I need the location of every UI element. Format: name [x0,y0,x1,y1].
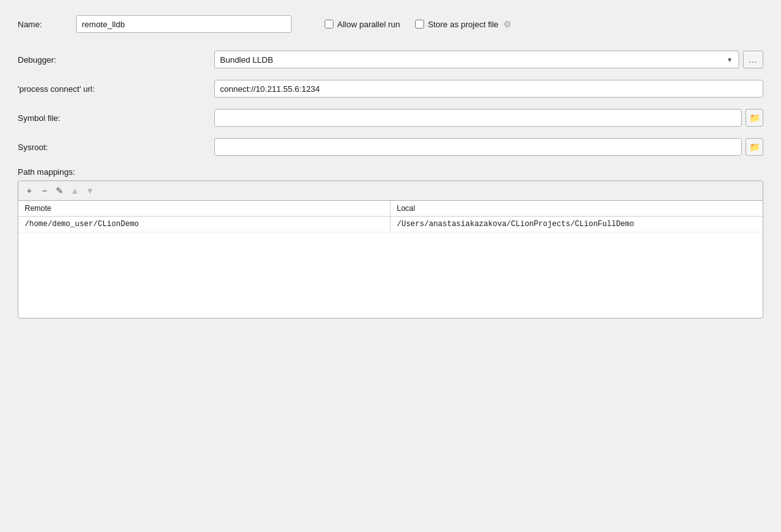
symbol-file-control: 📁 [214,109,763,127]
more-button[interactable]: ... [743,51,763,68]
name-row: Name: Allow parallel run Store as projec… [18,15,763,33]
run-config-form: Name: Allow parallel run Store as projec… [18,15,763,319]
symbol-file-label: Symbol file: [18,113,214,123]
process-connect-row: 'process connect' url: [18,80,763,98]
remote-cell: /home/demo_user/CLionDemo [18,217,390,232]
sysroot-row: Sysroot: 📁 [18,138,763,156]
remove-mapping-button[interactable]: − [37,184,51,198]
store-project-checkbox-item[interactable]: Store as project file ⚙ [415,19,512,29]
process-connect-input[interactable] [214,80,763,98]
table-body: /home/demo_user/CLionDemo /Users/anastas… [18,217,763,318]
debugger-select[interactable]: Bundled LLDB [214,51,739,68]
symbol-file-browse-button[interactable]: 📁 [746,109,763,127]
local-cell: /Users/anastasiakazakova/CLionProjects/C… [390,217,763,232]
debugger-control: Bundled LLDB ▼ ... [214,51,763,68]
process-connect-control [214,80,763,98]
debugger-select-wrapper: Bundled LLDB ▼ [214,51,739,68]
allow-parallel-checkbox[interactable] [325,20,333,28]
symbol-file-row: Symbol file: 📁 [18,109,763,127]
path-mappings-label: Path mappings: [18,167,763,177]
add-icon: + [27,186,32,196]
sysroot-input[interactable] [214,138,742,156]
path-mappings-section: Path mappings: + − ✎ ▲ ▼ [18,167,763,319]
path-mappings-toolbar: + − ✎ ▲ ▼ [18,181,763,201]
path-mappings-container: + − ✎ ▲ ▼ Remote Local [18,180,763,319]
name-input[interactable] [76,15,292,33]
folder-icon: 📁 [749,113,760,123]
add-mapping-button[interactable]: + [22,184,36,198]
move-down-button[interactable]: ▼ [83,184,97,198]
edit-mapping-button[interactable]: ✎ [53,184,67,198]
debugger-row: Debugger: Bundled LLDB ▼ ... [18,51,763,68]
store-project-checkbox[interactable] [415,20,424,28]
col-remote-header: Remote [18,201,390,216]
table-header: Remote Local [18,201,763,217]
name-label: Name: [18,20,68,29]
sysroot-control: 📁 [214,138,763,156]
arrow-up-icon: ▲ [70,186,79,196]
sysroot-label: Sysroot: [18,142,214,152]
arrow-down-icon: ▼ [86,186,94,196]
col-local-header: Local [390,201,763,216]
remove-icon: − [42,186,47,196]
edit-icon: ✎ [56,186,63,196]
symbol-file-input[interactable] [214,109,742,127]
table-row[interactable]: /home/demo_user/CLionDemo /Users/anastas… [18,217,763,232]
allow-parallel-label[interactable]: Allow parallel run [337,20,400,29]
debugger-label: Debugger: [18,55,214,65]
move-up-button[interactable]: ▲ [68,184,82,198]
options-group: Allow parallel run Store as project file… [325,19,512,29]
gear-icon[interactable]: ⚙ [502,19,512,29]
sysroot-browse-button[interactable]: 📁 [746,138,763,156]
folder-icon: 📁 [749,142,760,152]
store-project-label[interactable]: Store as project file [428,20,498,29]
process-connect-label: 'process connect' url: [18,84,214,94]
allow-parallel-checkbox-item[interactable]: Allow parallel run [325,20,400,29]
